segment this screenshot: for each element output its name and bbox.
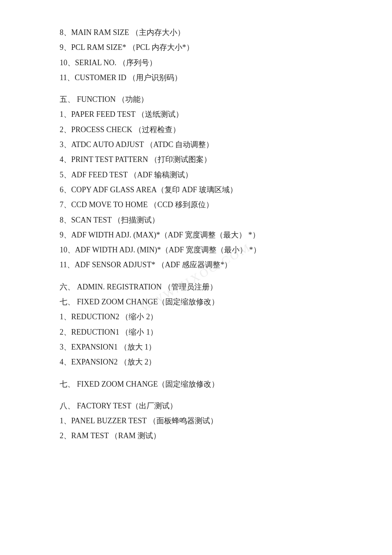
line-10-serial: 10、SERIAL NO. （序列号）: [60, 56, 332, 70]
admin-section: 六、 ADMIN. REGISTRATION （管理员注册）: [60, 280, 332, 294]
line-11-adf-sensor: 11、ADF SENSOR ADJUST* （ADF 感应器调整*）: [60, 258, 332, 272]
function-header: 五、 FUNCTION （功能）: [60, 92, 332, 107]
function-section: 五、 FUNCTION （功能） 1、PAPER FEED TEST （送纸测试…: [60, 92, 332, 272]
top-list-section: 8、MAIN RAM SIZE （主内存大小） 9、PCL RAM SIZE* …: [60, 26, 332, 85]
line-4-expansion2: 4、EXPANSION2 （放大 2）: [60, 355, 332, 369]
line-9-pcl-ram: 9、PCL RAM SIZE* （PCL 内存大小*）: [60, 40, 332, 55]
line-2-process-check: 2、PROCESS CHECK （过程检查）: [60, 123, 332, 137]
factory-section: 八、 FACTORY TEST（出厂测试） 1、PANEL BUZZER TES…: [60, 399, 332, 443]
line-7-ccd: 7、CCD MOVE TO HOME （CCD 移到原位）: [60, 198, 332, 212]
main-content: 8、MAIN RAM SIZE （主内存大小） 9、PCL RAM SIZE* …: [60, 26, 332, 443]
line-8-main-ram: 8、MAIN RAM SIZE （主内存大小）: [60, 26, 332, 40]
line-6-copy-adf: 6、COPY ADF GLASS AREA（复印 ADF 玻璃区域）: [60, 183, 332, 197]
line-1-reduction2: 1、REDUCTION2 （缩小 2）: [60, 310, 332, 324]
zoom-header: 七、 FIXED ZOOM CHANGE（固定缩放修改）: [60, 295, 332, 309]
line-10-adf-width-min: 10、ADF WIDTH ADJ. (MIN)*（ADF 宽度调整（最小） *）: [60, 243, 332, 257]
zoom-section: 七、 FIXED ZOOM CHANGE（固定缩放修改） 1、REDUCTION…: [60, 295, 332, 369]
zoom-repeat-header: 七、 FIXED ZOOM CHANGE（固定缩放修改）: [60, 377, 332, 391]
line-3-atdc: 3、ATDC AUTO ADJUST （ATDC 自动调整）: [60, 138, 332, 152]
line-5-adf-feed: 5、ADF FEED TEST （ADF 输稿测试）: [60, 168, 332, 182]
line-3-expansion1: 3、EXPANSION1 （放大 1）: [60, 340, 332, 354]
line-11-customer-id: 11、CUSTOMER ID （用户识别码）: [60, 71, 332, 85]
line-1-panel-buzzer: 1、PANEL BUZZER TEST （面板蜂鸣器测试）: [60, 414, 332, 428]
line-4-print-test: 4、PRINT TEST PATTERN （打印测试图案）: [60, 153, 332, 167]
admin-header: 六、 ADMIN. REGISTRATION （管理员注册）: [60, 280, 332, 294]
line-8-scan: 8、SCAN TEST （扫描测试）: [60, 213, 332, 227]
line-9-adf-width-max: 9、ADF WIDTH ADJ. (MAX)*（ADF 宽度调整（最大） *）: [60, 228, 332, 242]
line-2-reduction1: 2、REDUCTION1 （缩小 1）: [60, 325, 332, 339]
line-1-paper-feed: 1、PAPER FEED TEST （送纸测试）: [60, 107, 332, 121]
line-2-ram-test: 2、RAM TEST （RAM 测试）: [60, 429, 332, 443]
factory-header: 八、 FACTORY TEST（出厂测试）: [60, 399, 332, 413]
zoom-repeat-section: 七、 FIXED ZOOM CHANGE（固定缩放修改）: [60, 377, 332, 391]
